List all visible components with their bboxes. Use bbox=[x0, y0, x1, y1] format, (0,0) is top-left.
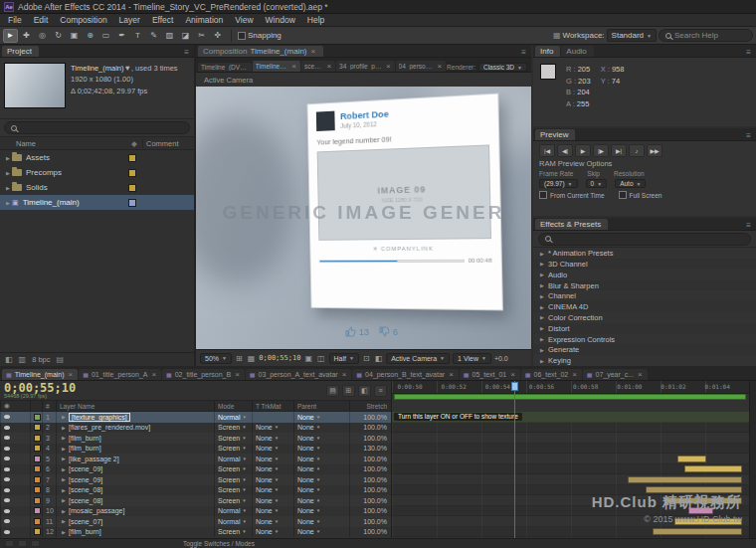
layer-row[interactable]: 4▶[film_burn]Screen▼None▼None▼130.0% bbox=[0, 444, 391, 455]
layer-name-cell[interactable]: ▶[film_burn] bbox=[56, 433, 214, 444]
fx-category-audio[interactable]: ▶Audio bbox=[533, 270, 756, 280]
fx-category-generate[interactable]: ▶Generate bbox=[533, 344, 756, 355]
layer-duration-bar[interactable] bbox=[646, 486, 742, 493]
hide-shy-layers-icon[interactable]: ◧ bbox=[358, 385, 371, 397]
effects-search-input[interactable] bbox=[538, 233, 751, 246]
layer-name-cell[interactable]: ▶[scene_07] bbox=[56, 516, 214, 527]
comp-tab-timeline_-dv_ntsc-[interactable]: Timeline_(DV_NTSC) bbox=[198, 63, 252, 72]
visibility-toggle[interactable] bbox=[4, 488, 10, 492]
layer-parent-dropdown[interactable]: None▼ bbox=[293, 423, 349, 434]
project-bit-depth[interactable]: 8 bpc bbox=[32, 355, 50, 364]
close-icon[interactable]: × bbox=[637, 370, 644, 379]
timeline-tab-07_year_c-[interactable]: ▦07_year_c...× bbox=[583, 369, 648, 380]
pen-tool[interactable]: ✒ bbox=[114, 29, 129, 43]
brush-tool[interactable]: ✎ bbox=[146, 29, 161, 43]
column-stretch[interactable]: Stretch bbox=[349, 401, 391, 411]
tab-composition[interactable]: Composition Timeline_(main) × bbox=[198, 46, 323, 57]
fx-category-blur-sharpen[interactable]: ▶Blur & Sharpen bbox=[533, 280, 756, 291]
twirl-icon[interactable]: ▶ bbox=[538, 325, 546, 331]
layer-parent-dropdown[interactable]: None▼ bbox=[293, 495, 349, 506]
timeline-tab-06_text_02[interactable]: ▦06_text_02× bbox=[521, 369, 582, 380]
graph-row[interactable]: Turn this layer ON or OFF to show textur… bbox=[392, 412, 749, 423]
layer-row[interactable]: 11▶[scene_07]Normal▼None▼None▼100.0% bbox=[0, 516, 391, 527]
layer-trkmat-dropdown[interactable]: None▼ bbox=[252, 506, 293, 517]
layer-mode-dropdown[interactable]: Screen▼ bbox=[214, 423, 252, 434]
layer-trkmat-dropdown[interactable]: None▼ bbox=[252, 495, 293, 506]
twirl-icon[interactable]: ▶ bbox=[60, 508, 68, 514]
camera-view-dropdown[interactable]: Active Camera▼ bbox=[386, 353, 450, 364]
layer-duration-bar[interactable] bbox=[653, 528, 742, 535]
twirl-icon[interactable]: ▶ bbox=[538, 336, 546, 342]
close-icon[interactable]: × bbox=[385, 62, 392, 71]
layer-row[interactable]: 5▶[like_passage 2]Normal▼None▼None▼100.0… bbox=[0, 454, 391, 464]
visibility-toggle[interactable] bbox=[4, 509, 10, 513]
column-name[interactable]: Name bbox=[0, 139, 126, 148]
layer-trkmat-dropdown[interactable]: None▼ bbox=[252, 516, 293, 527]
label-color-chip[interactable] bbox=[34, 424, 41, 431]
play-button[interactable]: ▶ bbox=[575, 144, 591, 157]
layer-parent-dropdown[interactable]: None▼ bbox=[293, 444, 349, 455]
layer-label-cell[interactable] bbox=[30, 474, 42, 485]
fx-category-3d-channel[interactable]: ▶3D Channel bbox=[533, 259, 756, 270]
layer-label-cell[interactable] bbox=[30, 444, 42, 455]
timeline-tab-timeline_-main-[interactable]: ▦Timeline_(main)× bbox=[2, 369, 78, 380]
visibility-toggle[interactable] bbox=[4, 498, 10, 502]
label-color-chip[interactable] bbox=[34, 456, 41, 462]
layer-label-cell[interactable] bbox=[30, 433, 42, 444]
menu-window[interactable]: Window bbox=[260, 15, 301, 25]
exposure-value[interactable]: +0.0 bbox=[494, 355, 508, 362]
column-layer-name[interactable]: Layer Name bbox=[56, 401, 214, 411]
channels-icon[interactable]: ◫ bbox=[316, 354, 326, 363]
column-label[interactable]: ◆ bbox=[126, 139, 142, 148]
visibility-toggle[interactable] bbox=[4, 519, 10, 523]
twirl-icon[interactable]: ▶ bbox=[538, 251, 546, 257]
label-chip[interactable] bbox=[128, 169, 136, 177]
project-search-input[interactable] bbox=[4, 121, 190, 134]
label-color-chip[interactable] bbox=[34, 476, 41, 483]
twirl-icon[interactable]: ▶ bbox=[60, 425, 68, 431]
playhead-handle[interactable] bbox=[511, 382, 518, 391]
previous-frame-button[interactable]: ◀| bbox=[557, 144, 573, 157]
next-frame-button[interactable]: |▶ bbox=[593, 144, 609, 157]
layer-label-cell[interactable] bbox=[30, 495, 42, 506]
layer-marker-comment[interactable]: Turn this layer ON or OFF to show textur… bbox=[394, 413, 522, 421]
twirl-icon[interactable]: ▶ bbox=[60, 497, 68, 503]
visibility-toggle[interactable] bbox=[4, 447, 10, 451]
project-item-precomps[interactable]: ▶Precomps bbox=[0, 165, 194, 180]
layer-parent-dropdown[interactable]: None▼ bbox=[293, 464, 349, 475]
menu-edit[interactable]: Edit bbox=[28, 15, 55, 25]
fx-category--animation-presets[interactable]: ▶* Animation Presets bbox=[533, 248, 756, 259]
layer-row[interactable]: 2▶[flares_pre_rendered.mov]Screen▼None▼N… bbox=[0, 423, 391, 434]
layer-mode-dropdown[interactable]: Normal▼ bbox=[214, 454, 252, 464]
twirl-icon[interactable]: ▶ bbox=[60, 466, 68, 472]
twirl-icon[interactable]: ▶ bbox=[60, 435, 68, 441]
layer-row[interactable]: 9▶[scene_08]Screen▼None▼None▼100.0% bbox=[0, 495, 391, 506]
visibility-toggle[interactable] bbox=[4, 530, 10, 534]
twirl-icon[interactable]: ▶ bbox=[60, 456, 68, 461]
layer-mode-dropdown[interactable]: Screen▼ bbox=[214, 495, 252, 506]
twirl-icon[interactable]: ▶ bbox=[4, 200, 12, 206]
timeline-tab-02_title_person_b[interactable]: ▦02_title_person_B× bbox=[162, 369, 245, 380]
graph-row[interactable] bbox=[392, 474, 749, 485]
label-chip[interactable] bbox=[128, 184, 136, 192]
layer-trkmat-dropdown[interactable]: None▼ bbox=[252, 485, 293, 496]
layer-row[interactable]: 3▶[film_burn]Screen▼None▼None▼100.0% bbox=[0, 433, 391, 444]
time-ruler[interactable]: 0:00:500:00:520:00:540:00:560:00:580:01:… bbox=[392, 381, 749, 394]
layer-label-cell[interactable] bbox=[30, 454, 42, 464]
comp-tab-scene_08[interactable]: scene_08× bbox=[301, 61, 335, 72]
checkbox-icon[interactable] bbox=[619, 191, 627, 199]
mask-visibility-icon[interactable]: ▦ bbox=[247, 354, 257, 363]
menu-effect[interactable]: Effect bbox=[146, 15, 180, 25]
layer-mode-dropdown[interactable]: Screen▼ bbox=[214, 444, 252, 455]
layer-mode-dropdown[interactable]: Screen▼ bbox=[214, 464, 252, 475]
layer-row[interactable]: 12▶[film_burn]Screen▼None▼None▼100.0% bbox=[0, 527, 391, 538]
delete-icon[interactable]: ▤ bbox=[56, 355, 64, 364]
layer-name-cell[interactable]: ▶[texture_graphics] bbox=[56, 412, 214, 423]
layer-parent-dropdown[interactable]: None▼ bbox=[293, 433, 349, 444]
layer-row[interactable]: 1▶[texture_graphics]Normal▼None▼100.0% bbox=[0, 412, 391, 423]
menu-animation[interactable]: Animation bbox=[179, 15, 229, 25]
twirl-icon[interactable]: ▶ bbox=[4, 185, 12, 191]
interpret-footage-icon[interactable]: ◧ bbox=[5, 355, 13, 364]
layer-name-cell[interactable]: ▶[scene_08] bbox=[56, 495, 214, 506]
close-icon[interactable]: × bbox=[341, 370, 348, 379]
